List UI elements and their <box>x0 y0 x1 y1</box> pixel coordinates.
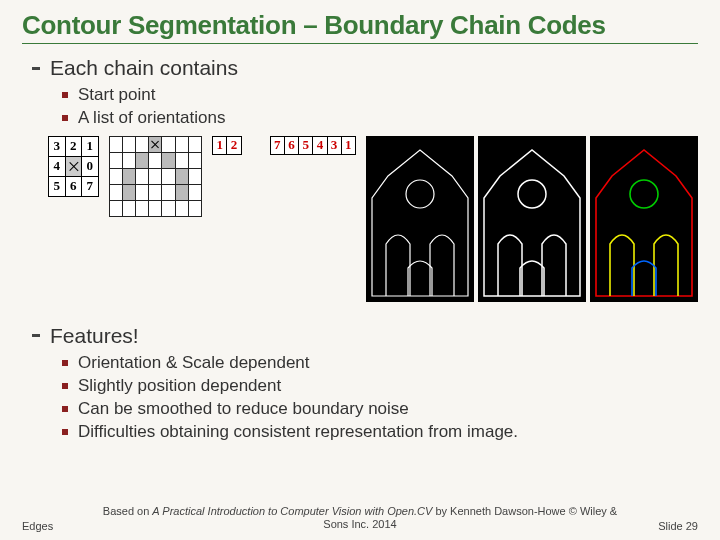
footer-attribution: Based on A Practical Introduction to Com… <box>92 505 628 533</box>
direction-grid: 3 2 1 4 0 5 6 7 <box>48 136 99 197</box>
bullet-item: A list of orientations <box>62 107 698 130</box>
section-heading: Features! <box>32 324 698 348</box>
bullet-item: Slightly position dependent <box>62 375 698 398</box>
contour-image-edges <box>366 136 474 302</box>
svg-point-0 <box>406 180 434 208</box>
pixel-grid <box>109 136 203 217</box>
bullet-item: Can be smoothed to reduce boundary noise <box>62 398 698 421</box>
direction-center-icon <box>65 156 82 176</box>
section-chain: Each chain contains Start point A list o… <box>32 56 698 130</box>
section-features: Features! Orientation & Scale dependent … <box>32 324 698 444</box>
section-heading: Each chain contains <box>32 56 698 80</box>
section-heading-text: Features! <box>50 324 139 348</box>
svg-point-2 <box>630 180 658 208</box>
chain-strips: 1 2 7 6 5 4 3 1 <box>212 136 356 155</box>
bullet-item: Start point <box>62 84 698 107</box>
footer-left: Edges <box>22 520 92 532</box>
section-heading-text: Each chain contains <box>50 56 238 80</box>
figure-row: 3 2 1 4 0 5 6 7 <box>48 136 698 302</box>
contour-image-outline <box>478 136 586 302</box>
slide-footer: Edges Based on A Practical Introduction … <box>0 505 720 533</box>
contour-images <box>366 136 698 302</box>
slide-title: Contour Segmentation – Boundary Chain Co… <box>22 10 698 44</box>
footer-right: Slide 29 <box>628 520 698 532</box>
chain-strip-b: 7 6 5 4 3 1 <box>270 136 356 155</box>
slide: Contour Segmentation – Boundary Chain Co… <box>0 0 720 540</box>
chain-strip-a: 1 2 <box>212 136 241 155</box>
start-pixel-icon <box>149 136 162 152</box>
contour-image-color <box>590 136 698 302</box>
bullet-item: Difficulties obtaining consistent repres… <box>62 421 698 444</box>
svg-point-1 <box>518 180 546 208</box>
bullet-item: Orientation & Scale dependent <box>62 352 698 375</box>
